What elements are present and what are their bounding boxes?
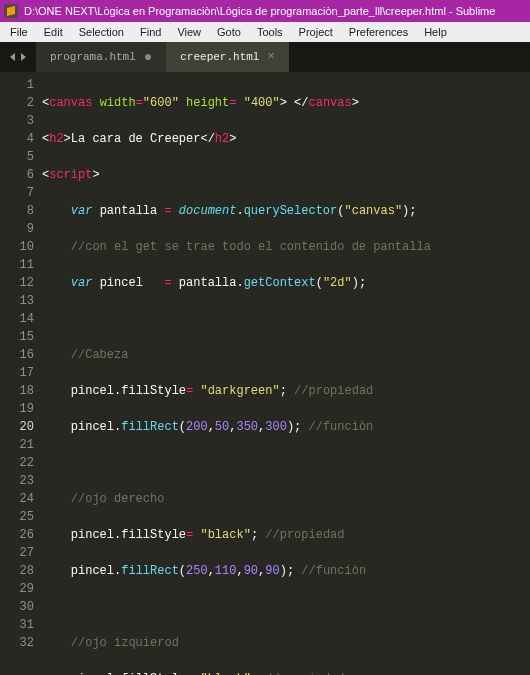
tab-label: programa.html xyxy=(50,51,136,63)
code-area[interactable]: <canvas width="600" height= "400"> </can… xyxy=(42,72,530,675)
menu-tools[interactable]: Tools xyxy=(249,26,291,38)
editor[interactable]: 1234567891011121314151617181920212223242… xyxy=(0,72,530,675)
tab-creeper[interactable]: creeper.html × xyxy=(166,42,288,72)
menu-file[interactable]: File xyxy=(2,26,36,38)
tab-label: creeper.html xyxy=(180,51,259,63)
close-icon[interactable]: × xyxy=(267,50,274,64)
tab-nav-arrows xyxy=(0,42,36,72)
tab-programa[interactable]: programa.html ● xyxy=(36,42,166,72)
tab-bar: programa.html ● creeper.html × xyxy=(0,42,530,72)
tab-prev-icon[interactable] xyxy=(10,53,15,61)
menu-view[interactable]: View xyxy=(169,26,209,38)
menu-edit[interactable]: Edit xyxy=(36,26,71,38)
menu-find[interactable]: Find xyxy=(132,26,169,38)
menu-preferences[interactable]: Preferences xyxy=(341,26,416,38)
window-titlebar: D:\ONE NEXT\Lògica en Programaciòn\Lògic… xyxy=(0,0,530,22)
menu-goto[interactable]: Goto xyxy=(209,26,249,38)
dirty-indicator-icon: ● xyxy=(144,50,152,64)
menu-bar: File Edit Selection Find View Goto Tools… xyxy=(0,22,530,42)
line-number-gutter: 1234567891011121314151617181920212223242… xyxy=(0,72,42,675)
app-logo-icon xyxy=(4,4,18,18)
menu-project[interactable]: Project xyxy=(291,26,341,38)
menu-selection[interactable]: Selection xyxy=(71,26,132,38)
window-title: D:\ONE NEXT\Lògica en Programaciòn\Lògic… xyxy=(24,5,495,17)
tab-next-icon[interactable] xyxy=(21,53,26,61)
menu-help[interactable]: Help xyxy=(416,26,455,38)
